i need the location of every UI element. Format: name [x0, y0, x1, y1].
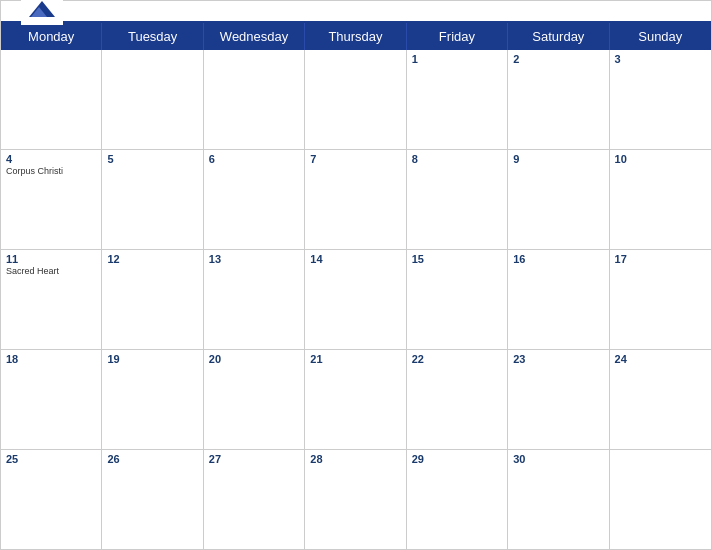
- day-cell: [1, 50, 102, 149]
- day-cell: 26: [102, 450, 203, 549]
- day-cell: 21: [305, 350, 406, 449]
- day-header-friday: Friday: [407, 23, 508, 50]
- week-row-4: 252627282930: [1, 450, 711, 549]
- week-row-0: 123: [1, 50, 711, 150]
- day-cell: 17: [610, 250, 711, 349]
- day-number: 8: [412, 153, 502, 165]
- logo-icon: [21, 0, 63, 25]
- day-headers: MondayTuesdayWednesdayThursdayFridaySatu…: [1, 23, 711, 50]
- day-cell: [102, 50, 203, 149]
- day-number: 2: [513, 53, 603, 65]
- day-cell: 13: [204, 250, 305, 349]
- day-number: 25: [6, 453, 96, 465]
- day-cell: 18: [1, 350, 102, 449]
- day-number: 26: [107, 453, 197, 465]
- day-number: 15: [412, 253, 502, 265]
- day-cell: 15: [407, 250, 508, 349]
- day-number: 10: [615, 153, 706, 165]
- day-cell: 5: [102, 150, 203, 249]
- day-header-thursday: Thursday: [305, 23, 406, 50]
- calendar-container: MondayTuesdayWednesdayThursdayFridaySatu…: [0, 0, 712, 550]
- day-number: 17: [615, 253, 706, 265]
- day-header-saturday: Saturday: [508, 23, 609, 50]
- day-cell: 27: [204, 450, 305, 549]
- holiday-name: Sacred Heart: [6, 266, 96, 276]
- day-cell: 28: [305, 450, 406, 549]
- day-cell: [305, 50, 406, 149]
- day-number: 3: [615, 53, 706, 65]
- day-header-sunday: Sunday: [610, 23, 711, 50]
- day-cell: 7: [305, 150, 406, 249]
- day-cell: 8: [407, 150, 508, 249]
- day-cell: 16: [508, 250, 609, 349]
- holiday-name: Corpus Christi: [6, 166, 96, 176]
- day-cell: 1: [407, 50, 508, 149]
- day-cell: 6: [204, 150, 305, 249]
- day-number: 21: [310, 353, 400, 365]
- day-number: 19: [107, 353, 197, 365]
- day-cell: 23: [508, 350, 609, 449]
- day-cell: [610, 450, 711, 549]
- day-cell: 30: [508, 450, 609, 549]
- week-row-1: 4Corpus Christi5678910: [1, 150, 711, 250]
- day-cell: 20: [204, 350, 305, 449]
- day-cell: 2: [508, 50, 609, 149]
- day-number: 24: [615, 353, 706, 365]
- day-cell: 3: [610, 50, 711, 149]
- day-number: 20: [209, 353, 299, 365]
- day-header-tuesday: Tuesday: [102, 23, 203, 50]
- day-cell: 10: [610, 150, 711, 249]
- day-number: 11: [6, 253, 96, 265]
- day-cell: 22: [407, 350, 508, 449]
- day-cell: [204, 50, 305, 149]
- day-number: 18: [6, 353, 96, 365]
- day-number: 7: [310, 153, 400, 165]
- day-number: 13: [209, 253, 299, 265]
- day-number: 6: [209, 153, 299, 165]
- day-number: 27: [209, 453, 299, 465]
- day-number: 12: [107, 253, 197, 265]
- day-cell: 4Corpus Christi: [1, 150, 102, 249]
- day-cell: 25: [1, 450, 102, 549]
- day-cell: 11Sacred Heart: [1, 250, 102, 349]
- day-cell: 14: [305, 250, 406, 349]
- day-cell: 9: [508, 150, 609, 249]
- week-row-2: 11Sacred Heart121314151617: [1, 250, 711, 350]
- week-row-3: 18192021222324: [1, 350, 711, 450]
- day-header-monday: Monday: [1, 23, 102, 50]
- calendar-header: [1, 1, 711, 21]
- day-number: 16: [513, 253, 603, 265]
- day-number: 1: [412, 53, 502, 65]
- day-number: 28: [310, 453, 400, 465]
- day-number: 22: [412, 353, 502, 365]
- day-number: 23: [513, 353, 603, 365]
- day-number: 30: [513, 453, 603, 465]
- day-number: 14: [310, 253, 400, 265]
- day-number: 9: [513, 153, 603, 165]
- day-cell: 12: [102, 250, 203, 349]
- day-cell: 24: [610, 350, 711, 449]
- logo: [21, 0, 63, 25]
- day-number: 29: [412, 453, 502, 465]
- day-header-wednesday: Wednesday: [204, 23, 305, 50]
- day-cell: 29: [407, 450, 508, 549]
- weeks: 1234Corpus Christi567891011Sacred Heart1…: [1, 50, 711, 549]
- day-number: 4: [6, 153, 96, 165]
- calendar-grid: MondayTuesdayWednesdayThursdayFridaySatu…: [1, 21, 711, 549]
- day-number: 5: [107, 153, 197, 165]
- day-cell: 19: [102, 350, 203, 449]
